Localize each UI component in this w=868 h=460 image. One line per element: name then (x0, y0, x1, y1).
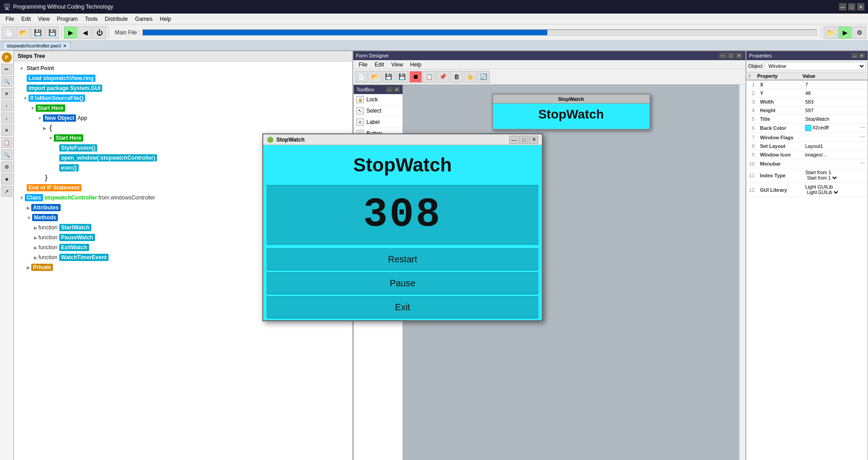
arrow-startpoint[interactable]: ▼ (19, 66, 24, 71)
fd-btn-paste[interactable]: 📌 (436, 71, 449, 83)
menu-games[interactable]: Games (132, 15, 157, 23)
guilib-select[interactable]: Light GUILib (805, 190, 840, 195)
props-min[interactable]: — (851, 53, 858, 58)
winflags-expand-icon[interactable]: ⋯ (860, 134, 865, 140)
menu-view[interactable]: View (34, 15, 53, 23)
toolbar-run[interactable]: ▶ (64, 26, 77, 39)
arrow-starthere2[interactable]: ▼ (48, 136, 53, 141)
arrow-newobj[interactable]: ▼ (38, 116, 42, 121)
fd-btn-delete[interactable]: 🗑 (450, 71, 463, 83)
token-endif: End of IF Statement (27, 184, 81, 191)
prop-val-menubar[interactable]: ⋯ (802, 159, 868, 168)
fd-scrollbar[interactable] (739, 85, 745, 460)
toolbar-open-folder[interactable]: 📁 (824, 26, 837, 39)
sw-restart-btn[interactable]: Restart (267, 248, 538, 270)
menu-tools[interactable]: Tools (81, 15, 101, 23)
prop-val-x[interactable]: 7 (802, 81, 868, 89)
indextype-select[interactable]: Start from 1 (805, 175, 838, 181)
sw-exit-btn[interactable]: Exit (267, 296, 538, 318)
sw-close-btn[interactable]: ✕ (529, 136, 538, 144)
sidebar-external-icon[interactable]: ↗ (1, 186, 12, 197)
sw-maximize-btn[interactable]: □ (519, 136, 528, 144)
arrow-starthere1[interactable]: ▼ (30, 106, 35, 111)
maximize-button[interactable]: □ (848, 3, 855, 10)
menu-help[interactable]: Help (156, 15, 175, 23)
minimize-button[interactable]: — (839, 3, 846, 10)
prop-val-winflags[interactable]: ⋯ (802, 133, 868, 142)
fd-btn-refresh[interactable]: 🔄 (477, 71, 490, 83)
sidebar-up-icon[interactable]: ↑ (1, 100, 12, 111)
toolbar-settings[interactable]: ⚙ (853, 26, 866, 39)
sidebar-star-icon[interactable]: ★ (1, 174, 12, 185)
fd-btn-cursor[interactable]: 👆 (464, 71, 476, 83)
sidebar-x-icon[interactable]: ✕ (1, 88, 12, 99)
sidebar-settings-icon[interactable]: ⚙ (1, 161, 12, 172)
sidebar-x2-icon[interactable]: ✕ (1, 125, 12, 136)
close-button[interactable]: ✕ (857, 3, 864, 10)
props-scroll-area[interactable]: 1 X 7 2 Y 48 3 Width 583 4 (746, 81, 868, 460)
arrow-private[interactable]: ▶ (27, 265, 30, 270)
menubar-expand-icon[interactable]: ⋯ (860, 161, 865, 166)
fd-maximize[interactable]: □ (727, 52, 735, 59)
menu-distribute[interactable]: Distribute (101, 15, 132, 23)
tool-lock[interactable]: 🔒 Lock (354, 94, 403, 105)
menu-edit[interactable]: Edit (18, 15, 34, 23)
menu-program[interactable]: Program (53, 15, 81, 23)
fd-btn-new[interactable]: 📄 (355, 71, 368, 83)
fd-btn-open[interactable]: 📂 (369, 71, 381, 83)
tb-min[interactable]: — (386, 87, 393, 92)
sidebar-search2-icon[interactable]: 🔍 (1, 149, 12, 160)
arrow-brace[interactable]: ▶ (43, 126, 47, 131)
fd-close[interactable]: ✕ (735, 52, 743, 59)
sidebar-paste-icon[interactable]: 📋 (1, 137, 12, 148)
prop-val-winicon[interactable]: images/... (802, 151, 868, 159)
toolbar-play2[interactable]: ▶ (838, 26, 852, 39)
arrow-watchevent[interactable]: ▶ (34, 255, 38, 260)
toolbar-new[interactable]: 📄 (2, 26, 15, 39)
token-func-kw3: function (38, 244, 57, 251)
prop-val-backcolor[interactable]: #2cedff ⋯ (802, 123, 868, 133)
prop-val-guilib[interactable]: Light GUILib Light GUILib (802, 183, 868, 197)
fd-menu-help[interactable]: Help (407, 61, 425, 69)
fd-minimize[interactable]: — (719, 52, 726, 59)
arrow-startwatch[interactable]: ▶ (34, 225, 38, 230)
menu-file[interactable]: File (2, 15, 18, 23)
tool-label[interactable]: A Label (354, 117, 403, 128)
sw-minimize-btn[interactable]: — (509, 136, 518, 144)
prop-val-title[interactable]: StopWatch (802, 115, 868, 123)
fd-menu-view[interactable]: View (388, 61, 407, 69)
arrow-attrs[interactable]: ▶ (27, 205, 30, 210)
prop-val-layout[interactable]: Layout1 (802, 142, 868, 151)
prop-val-indextype[interactable]: Start from 1 Start from 1 (802, 168, 868, 183)
arrow-pausewatch[interactable]: ▶ (34, 235, 38, 240)
sidebar-search-icon[interactable]: 🔍 (1, 76, 12, 87)
file-tab[interactable]: stopwatchcontroller.pwct ✕ (3, 42, 71, 49)
prop-val-width[interactable]: 583 (802, 98, 868, 106)
file-tab-close-icon[interactable]: ✕ (63, 43, 66, 48)
fd-btn-save[interactable]: 💾 (382, 71, 395, 83)
toolbar-open[interactable]: 📂 (16, 26, 30, 39)
fd-menu-file[interactable]: File (355, 61, 371, 69)
color-expand-icon[interactable]: ⋯ (860, 125, 865, 131)
toolbar-power[interactable]: ⏻ (93, 26, 106, 39)
fd-btn-stop[interactable]: ⏹ (409, 71, 422, 83)
arrow-if[interactable]: ▼ (23, 96, 28, 101)
arrow-class[interactable]: ▼ (19, 195, 24, 200)
arrow-exitwatch[interactable]: ▶ (34, 245, 38, 250)
toolbar-save[interactable]: 💾 (31, 26, 44, 39)
arrow-methods[interactable]: ▼ (27, 215, 31, 220)
toolbar-saveas[interactable]: 💾 (45, 26, 59, 39)
fd-btn-copy[interactable]: 📋 (423, 71, 436, 83)
fd-btn-saveas[interactable]: 💾 (396, 71, 408, 83)
sw-pause-btn[interactable]: Pause (267, 272, 538, 294)
toolbar-back[interactable]: ◀ (78, 26, 92, 39)
props-close[interactable]: ✕ (859, 53, 865, 58)
prop-val-height[interactable]: 597 (802, 106, 868, 115)
props-object-select[interactable]: Window (764, 62, 866, 70)
sidebar-edit-icon[interactable]: ✏ (1, 64, 12, 75)
sidebar-down-icon[interactable]: ↓ (1, 113, 12, 123)
tb-close[interactable]: ✕ (394, 87, 400, 92)
tool-select[interactable]: ↖ Select (354, 105, 403, 117)
prop-val-y[interactable]: 48 (802, 89, 868, 98)
fd-menu-edit[interactable]: Edit (371, 61, 388, 69)
